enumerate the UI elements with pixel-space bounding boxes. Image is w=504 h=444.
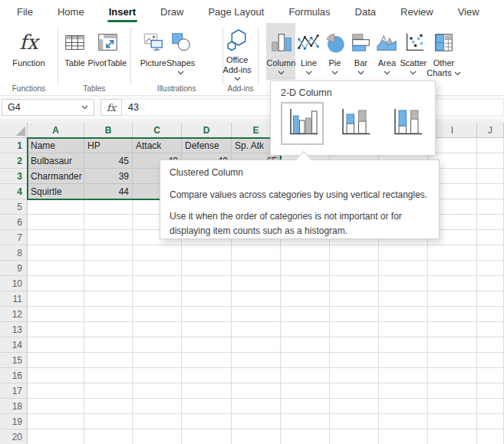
cell-D17[interactable] xyxy=(182,383,232,399)
cell-F9[interactable] xyxy=(281,261,330,276)
menu-tab-review[interactable]: Review xyxy=(388,0,446,23)
cell-B7[interactable] xyxy=(84,230,133,245)
cell-J19[interactable] xyxy=(477,414,504,429)
name-box[interactable]: G4 xyxy=(2,99,94,116)
row-header-8[interactable]: 8 xyxy=(0,245,28,261)
cell-J14[interactable] xyxy=(477,337,504,353)
cell-J12[interactable] xyxy=(477,307,504,322)
cell-G19[interactable] xyxy=(330,414,379,429)
cell-H8[interactable] xyxy=(379,245,428,261)
cell-F15[interactable] xyxy=(281,353,330,368)
column-header-J[interactable]: J xyxy=(477,123,504,138)
cell-F19[interactable] xyxy=(281,414,330,429)
cell-H9[interactable] xyxy=(379,261,428,276)
line-button[interactable]: Line xyxy=(295,23,321,80)
cell-F17[interactable] xyxy=(281,383,330,399)
row-header-11[interactable]: 11 xyxy=(0,291,28,307)
cell-F13[interactable] xyxy=(281,322,330,337)
cell-B14[interactable] xyxy=(84,337,133,353)
cell-I11[interactable] xyxy=(428,291,477,307)
row-header-10[interactable]: 10 xyxy=(0,276,28,291)
menu-tab-insert[interactable]: Insert xyxy=(97,0,148,23)
row-header-3[interactable]: 3 xyxy=(0,169,28,184)
cell-A7[interactable] xyxy=(28,230,84,245)
cell-G17[interactable] xyxy=(330,383,379,399)
cell-G13[interactable] xyxy=(330,322,379,337)
cell-I18[interactable] xyxy=(428,399,477,414)
cell-G8[interactable] xyxy=(330,245,379,261)
cell-I19[interactable] xyxy=(428,414,477,429)
cell-C15[interactable] xyxy=(133,353,182,368)
cell-E14[interactable] xyxy=(232,337,281,353)
row-header-14[interactable]: 14 xyxy=(0,337,28,353)
cell-A18[interactable] xyxy=(28,399,84,414)
cell-E18[interactable] xyxy=(232,399,281,414)
cell-A6[interactable] xyxy=(28,215,84,230)
cell-E19[interactable] xyxy=(232,414,281,429)
cell-J11[interactable] xyxy=(477,291,504,307)
cell-E8[interactable] xyxy=(232,245,281,261)
cell-E9[interactable] xyxy=(232,261,281,276)
cell-J5[interactable] xyxy=(477,199,504,215)
cell-C20[interactable] xyxy=(133,429,182,444)
cell-B1[interactable]: HP xyxy=(84,138,133,153)
row-header-19[interactable]: 19 xyxy=(0,414,28,429)
row-header-12[interactable]: 12 xyxy=(0,307,28,322)
cell-B19[interactable] xyxy=(84,414,133,429)
column-button[interactable]: Column xyxy=(266,23,295,80)
cell-C12[interactable] xyxy=(133,307,182,322)
menu-tab-page-layout[interactable]: Page Layout xyxy=(196,0,276,23)
row-header-15[interactable]: 15 xyxy=(0,353,28,368)
cell-A17[interactable] xyxy=(28,383,84,399)
cell-F14[interactable] xyxy=(281,337,330,353)
cell-C9[interactable] xyxy=(133,261,182,276)
row-header-7[interactable]: 7 xyxy=(0,230,28,245)
row-header-9[interactable]: 9 xyxy=(0,261,28,276)
cell-G14[interactable] xyxy=(330,337,379,353)
cell-I13[interactable] xyxy=(428,322,477,337)
cell-D13[interactable] xyxy=(182,322,232,337)
row-header-20[interactable]: 20 xyxy=(0,429,28,444)
cell-B15[interactable] xyxy=(84,353,133,368)
cell-G11[interactable] xyxy=(330,291,379,307)
cell-D15[interactable] xyxy=(182,353,232,368)
chevron-down-icon[interactable] xyxy=(410,70,417,76)
cell-I10[interactable] xyxy=(428,276,477,291)
menu-tab-formulas[interactable]: Formulas xyxy=(276,0,342,23)
clustered-column-option[interactable] xyxy=(281,102,324,145)
chevron-down-icon[interactable] xyxy=(278,70,285,76)
menu-tab-draw[interactable]: Draw xyxy=(148,0,196,23)
chevron-down-icon[interactable] xyxy=(357,70,364,76)
cell-D1[interactable]: Defense xyxy=(182,138,232,153)
bar-button[interactable]: Bar xyxy=(348,23,374,80)
cell-H20[interactable] xyxy=(379,429,428,444)
cell-H18[interactable] xyxy=(379,399,428,414)
cell-C19[interactable] xyxy=(133,414,182,429)
cell-G10[interactable] xyxy=(330,276,379,291)
cell-B17[interactable] xyxy=(84,383,133,399)
cell-D20[interactable] xyxy=(182,429,232,444)
row-header-5[interactable]: 5 xyxy=(0,199,28,215)
row-header-1[interactable]: 1 xyxy=(0,138,28,153)
cell-J7[interactable] xyxy=(477,230,504,245)
cell-A16[interactable] xyxy=(28,368,84,383)
cell-F16[interactable] xyxy=(281,368,330,383)
chevron-down-icon[interactable] xyxy=(384,70,390,76)
cell-F10[interactable] xyxy=(281,276,330,291)
cell-C1[interactable]: Attack xyxy=(133,138,182,153)
cell-J10[interactable] xyxy=(477,276,504,291)
cell-F11[interactable] xyxy=(281,291,330,307)
menu-tab-home[interactable]: Home xyxy=(45,0,97,23)
cell-J8[interactable] xyxy=(477,245,504,261)
cell-G9[interactable] xyxy=(330,261,379,276)
cell-H15[interactable] xyxy=(379,353,428,368)
office-add-ins-button[interactable]: OfficeAdd-ins xyxy=(223,23,252,80)
pie-button[interactable]: Pie xyxy=(321,23,348,80)
cell-E15[interactable] xyxy=(232,353,281,368)
cell-D8[interactable] xyxy=(182,245,232,261)
cell-G20[interactable] xyxy=(330,429,379,444)
cell-D10[interactable] xyxy=(182,276,232,291)
cell-A9[interactable] xyxy=(28,261,84,276)
cell-B2[interactable]: 45 xyxy=(84,153,133,169)
cell-I9[interactable] xyxy=(428,261,477,276)
